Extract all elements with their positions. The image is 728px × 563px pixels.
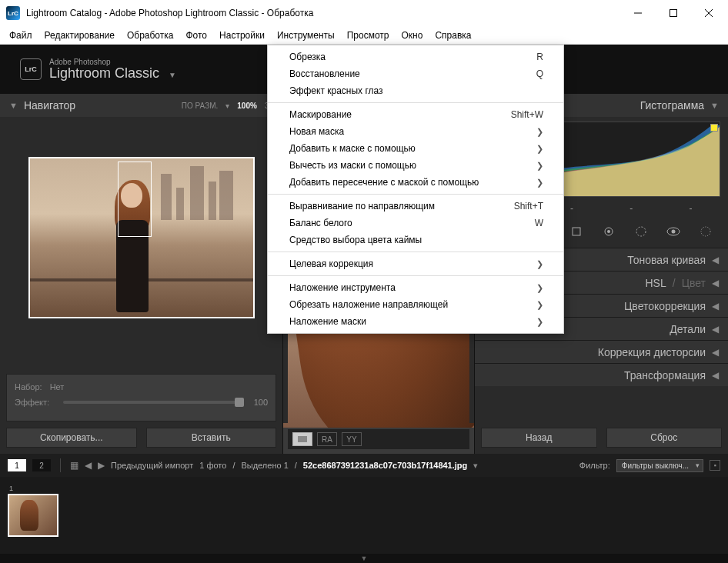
menu-help[interactable]: Справка: [429, 28, 477, 43]
exposure-slot-3: -: [629, 203, 633, 214]
brand-caret-icon[interactable]: ▼: [169, 71, 176, 79]
left-panel: ▼ Навигатор ПО РАЗМ. ▾ 100% 30: [0, 94, 283, 454]
minimize-button[interactable]: [620, 0, 656, 26]
menu-heal[interactable]: ВосстановлениеQ: [268, 65, 563, 82]
filmstrip[interactable]: [0, 477, 728, 554]
filmstrip-selected: Выделено 1: [241, 461, 288, 470]
navigator-mode[interactable]: ПО РАЗМ.: [182, 102, 218, 110]
nav-back-icon[interactable]: ◀: [85, 460, 92, 471]
second-display-button[interactable]: 2: [32, 459, 51, 471]
histogram-title: Гистограмма: [640, 99, 704, 112]
chevron-left-icon: ◀: [712, 370, 719, 381]
exposure-slot-2: -: [570, 203, 573, 214]
chevron-left-icon: ◀: [712, 347, 719, 358]
filmstrip-collapse-icon[interactable]: ▼: [0, 554, 728, 563]
view-before-after-tb-button[interactable]: YY: [342, 432, 362, 446]
menu-edit[interactable]: Редактирование: [38, 28, 121, 43]
exposure-slot-4: -: [689, 203, 692, 214]
menu-crop-guide-overlay[interactable]: Обрезать наложение направляющей❯: [268, 296, 563, 313]
redeye-tool-icon[interactable]: [665, 223, 682, 240]
filter-label: Фильтр:: [579, 461, 610, 470]
menubar: Файл Редактирование Обработка Фото Настр…: [0, 26, 728, 45]
navigator-image: [30, 158, 253, 317]
menu-file[interactable]: Файл: [3, 28, 38, 43]
submenu-arrow-icon: ❯: [536, 161, 543, 171]
menu-white-balance[interactable]: Баланс белогоW: [268, 215, 563, 232]
copy-settings-button[interactable]: Скопировать...: [6, 428, 137, 448]
maximize-button[interactable]: [656, 0, 691, 26]
menu-redeye[interactable]: Эффект красных глаз: [268, 82, 563, 99]
close-button[interactable]: [691, 0, 726, 26]
preset-effect-value: 100: [254, 398, 268, 407]
crop-tool-icon[interactable]: [568, 223, 585, 240]
slider-knob-icon[interactable]: [235, 398, 244, 407]
menu-fringe-color[interactable]: Средство выбора цвета каймы: [268, 232, 563, 248]
menu-new-mask[interactable]: Новая маска❯: [268, 123, 563, 140]
navigator-viewport-rect[interactable]: [118, 162, 152, 237]
mask-tool-icon[interactable]: [633, 223, 650, 240]
nav-fwd-icon[interactable]: ▶: [98, 460, 105, 471]
view-loupe-button[interactable]: [292, 432, 312, 446]
filter-dropdown[interactable]: Фильтры выключ...: [616, 459, 703, 472]
branding: Adobe Photoshop Lightroom Classic▼: [49, 58, 176, 82]
navigator-title: Навигатор: [24, 99, 75, 112]
navigator-zoom[interactable]: 100%: [237, 102, 257, 110]
submenu-arrow-icon: ❯: [536, 283, 543, 293]
chevron-left-icon: ◀: [712, 301, 719, 311]
submenu-arrow-icon: ❯: [536, 300, 543, 310]
menu-intersect-mask[interactable]: Добавить пересечение с маской с помощью❯: [268, 174, 563, 191]
preset-set-value[interactable]: Нет: [50, 382, 65, 391]
submenu-arrow-icon: ❯: [536, 317, 543, 327]
menu-masking[interactable]: МаскированиеShift+W: [268, 106, 563, 123]
navigator-preview[interactable]: [0, 117, 282, 374]
reset-button[interactable]: Сброс: [606, 428, 723, 448]
svg-point-13: [672, 230, 676, 234]
panel-transform[interactable]: Трансформация◀: [475, 363, 728, 386]
main-display-button[interactable]: 1: [8, 459, 26, 471]
svg-rect-8: [573, 228, 580, 235]
menu-subtract-from-mask[interactable]: Вычесть из маски с помощью❯: [268, 157, 563, 174]
menu-target-adjustment[interactable]: Целевая коррекция❯: [268, 255, 563, 272]
menu-settings[interactable]: Настройки: [213, 28, 271, 43]
menu-window[interactable]: Окно: [396, 28, 429, 43]
grid-view-icon[interactable]: ▦: [70, 460, 78, 471]
navigator-header[interactable]: ▼ Навигатор ПО РАЗМ. ▾ 100% 30: [0, 94, 282, 117]
paste-settings-button[interactable]: Вставить: [146, 428, 277, 448]
filmstrip-thumb-1[interactable]: [8, 494, 58, 537]
menu-develop[interactable]: Обработка: [121, 28, 180, 43]
menu-crop[interactable]: ОбрезкаR: [268, 48, 563, 65]
filmstrip-count: 1 фото: [199, 461, 226, 470]
chevron-left-icon: ◀: [712, 324, 719, 335]
menu-photo[interactable]: Фото: [179, 28, 213, 43]
menu-tools[interactable]: Инструменты: [271, 28, 341, 43]
navigator-collapse-icon[interactable]: ▼: [9, 101, 18, 110]
back-button[interactable]: Назад: [481, 428, 597, 448]
chevron-left-icon: ◀: [712, 278, 719, 288]
filmstrip-header: 1 2 ▦ ◀ ▶ Предыдущий импорт 1 фото / Выд…: [0, 454, 728, 477]
radial-tool-icon[interactable]: [697, 223, 714, 240]
tools-dropdown: ОбрезкаR ВосстановлениеQ Эффект красных …: [267, 45, 564, 334]
menu-mask-overlay[interactable]: Наложение маски❯: [268, 313, 563, 330]
submenu-arrow-icon: ❯: [536, 144, 543, 154]
view-before-after-lr-button[interactable]: RA: [317, 432, 337, 446]
highlight-clipping-icon[interactable]: [710, 124, 718, 132]
heal-tool-icon[interactable]: [600, 223, 617, 240]
submenu-arrow-icon: ❯: [536, 127, 543, 137]
menu-tool-overlay[interactable]: Наложение инструмента❯: [268, 279, 563, 296]
menu-add-to-mask[interactable]: Добавить к маске с помощью❯: [268, 140, 563, 157]
histogram-collapse-icon[interactable]: ▼: [710, 101, 719, 110]
menu-guided-upright[interactable]: Выравнивание по направляющимShift+T: [268, 198, 563, 215]
filter-lock-icon[interactable]: ▪: [710, 460, 720, 471]
chevron-left-icon: ◀: [712, 255, 719, 265]
svg-rect-4: [298, 436, 307, 442]
panel-lens-correction[interactable]: Коррекция дисторсии◀: [475, 340, 728, 363]
filmstrip-source[interactable]: Предыдущий импорт: [111, 461, 193, 470]
window-title: Lightroom Catalog - Adobe Photoshop Ligh…: [26, 8, 620, 18]
filmstrip-filename: 52ce8687391231a8c07c703b17f14841.jpg: [303, 461, 467, 470]
preset-set-label: Набор:: [15, 382, 42, 391]
preset-effect-slider[interactable]: [63, 401, 239, 404]
svg-point-10: [607, 230, 610, 233]
submenu-arrow-icon: ❯: [536, 178, 543, 188]
svg-point-14: [701, 227, 710, 236]
menu-view[interactable]: Просмотр: [341, 28, 396, 43]
